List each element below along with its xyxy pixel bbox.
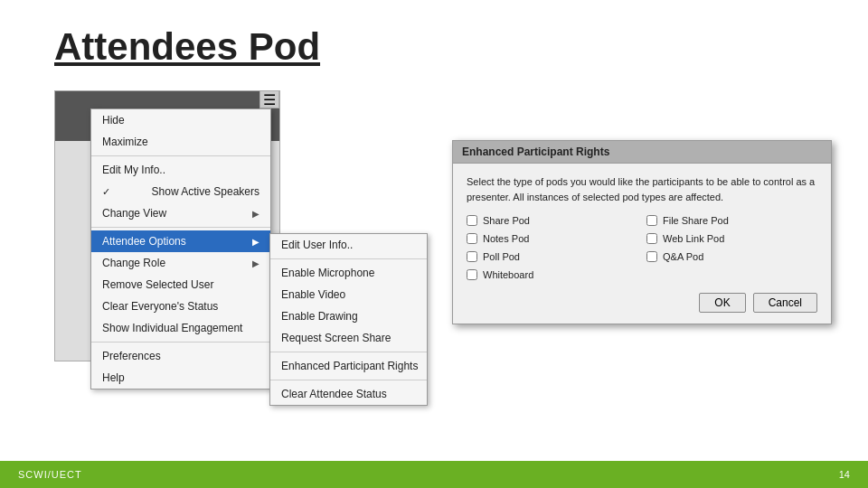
file-share-pod-checkbox[interactable] [646, 215, 657, 226]
menu-separator-1 [91, 155, 270, 156]
dialog-title: Enhanced Participant Rights [462, 145, 609, 158]
dialog-body: Select the type of pods you would like t… [453, 164, 831, 324]
qa-pod-checkbox[interactable] [646, 251, 657, 262]
menu-item-attendee-options[interactable]: Attendee Options ▶ [91, 230, 270, 252]
submenu-item-clear-attendee-status[interactable]: Clear Attendee Status [270, 383, 427, 405]
submenu-item-edit-user-info[interactable]: Edit User Info.. [270, 234, 427, 256]
menu-item-edit-my-info[interactable]: Edit My Info.. [91, 159, 270, 181]
submenu-sep-3 [270, 380, 427, 380]
arrow-icon: ▶ [252, 209, 259, 219]
dialog-description: Select the type of pods you would like t… [467, 174, 817, 204]
dropdown-menu: Hide Maximize Edit My Info.. Show Active… [90, 108, 271, 389]
poll-pod-checkbox[interactable] [467, 251, 477, 262]
submenu-item-enable-drawing[interactable]: Enable Drawing [270, 305, 427, 327]
web-link-pod-checkbox[interactable] [646, 233, 657, 244]
submenu-sep-2 [270, 352, 427, 352]
enhanced-participant-rights-dialog: Enhanced Participant Rights Select the t… [452, 140, 832, 324]
notes-pod-checkbox[interactable] [467, 233, 477, 244]
checkbox-poll-pod: Poll Pod [467, 251, 637, 262]
checkbox-qa-pod: Q&A Pod [646, 251, 817, 262]
menu-icon: ☰ [263, 91, 276, 108]
ok-button[interactable]: OK [699, 293, 745, 313]
submenu-item-enable-video[interactable]: Enable Video [270, 284, 427, 305]
checkbox-file-share-pod: File Share Pod [646, 215, 817, 226]
pod-menu-button[interactable]: ☰ [259, 90, 279, 108]
menu-item-change-view[interactable]: Change View ▶ [91, 202, 270, 224]
menu-separator-3 [91, 342, 270, 343]
arrow-icon-active: ▶ [252, 237, 259, 247]
attendee-options-submenu: Edit User Info.. Enable Microphone Enabl… [269, 233, 428, 406]
dialog-checkbox-grid: Share Pod File Share Pod Notes Pod Web L… [467, 215, 817, 280]
menu-item-help[interactable]: Help [91, 367, 270, 389]
submenu-item-enhanced-participant-rights[interactable]: Enhanced Participant Rights [270, 355, 427, 377]
menu-item-hide[interactable]: Hide [91, 109, 270, 131]
menu-item-preferences[interactable]: Preferences [91, 345, 270, 367]
menu-item-remove-selected-user[interactable]: Remove Selected User [91, 274, 270, 296]
submenu-item-request-screen-share[interactable]: Request Screen Share [270, 327, 427, 349]
share-pod-checkbox[interactable] [467, 215, 477, 226]
submenu-sep-1 [270, 258, 427, 259]
page-title: Attendees Pod [54, 25, 320, 69]
cancel-button[interactable]: Cancel [753, 293, 817, 313]
checkbox-share-pod: Share Pod [467, 215, 637, 226]
submenu-item-enable-microphone[interactable]: Enable Microphone [270, 262, 427, 284]
menu-item-clear-everyones-status[interactable]: Clear Everyone's Status [91, 296, 270, 317]
arrow-icon-2: ▶ [252, 258, 259, 268]
dialog-buttons: OK Cancel [467, 293, 817, 313]
menu-separator-2 [91, 227, 270, 228]
bottom-bar-label: SCWI/UECT [18, 469, 82, 480]
bottom-bar-page-number: 14 [839, 469, 850, 480]
menu-item-show-active-speakers[interactable]: Show Active Speakers [91, 181, 270, 202]
whiteboard-checkbox[interactable] [467, 269, 477, 280]
menu-item-maximize[interactable]: Maximize [91, 131, 270, 153]
menu-item-change-role[interactable]: Change Role ▶ [91, 252, 270, 274]
checkbox-notes-pod: Notes Pod [467, 233, 637, 244]
checkbox-whiteboard: Whiteboard [467, 269, 637, 280]
checkbox-web-link-pod: Web Link Pod [646, 233, 817, 244]
dialog-title-bar: Enhanced Participant Rights [453, 141, 831, 164]
menu-item-show-individual-engagement[interactable]: Show Individual Engagement [91, 317, 270, 339]
bottom-bar: SCWI/UECT 14 [0, 461, 868, 488]
